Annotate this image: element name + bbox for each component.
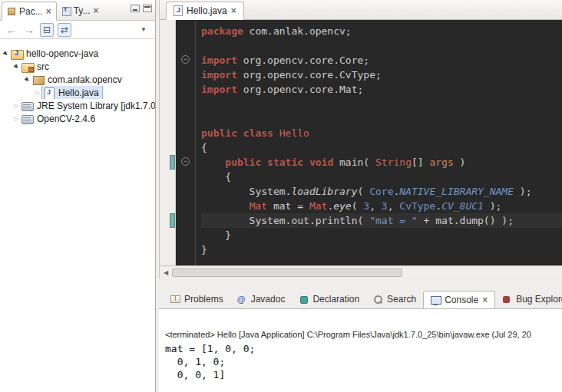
library-icon (21, 114, 34, 124)
code-line: { (201, 170, 562, 184)
search-icon (373, 295, 383, 305)
code-line: System.loadLibrary( Core.NATIVE_LIBRARY_… (201, 184, 562, 199)
package-explorer-toolbar: ←→⊟⇄▼ (0, 21, 155, 39)
tree-item-label: OpenCV-2.4.6 (37, 114, 95, 124)
tree-item-opencv-2-4-6[interactable]: ▷OpenCV-2.4.6 (0, 112, 155, 125)
code-editor[interactable]: package com.anlak.opencv; import org.ope… (196, 20, 562, 265)
code-line: Mat mat = Mat.eye( 3, 3, CvType.CV_8UC1 … (201, 199, 562, 213)
fold-ruler: −− (176, 20, 196, 265)
view-window-buttons (131, 5, 155, 20)
scrollbar-thumb[interactable] (172, 268, 402, 277)
back-icon: ← (6, 24, 17, 36)
java-file-icon (174, 5, 183, 16)
tree-item-com-anlak-opencv[interactable]: ▶com.anlak.opencv (0, 73, 155, 86)
expand-arrow-icon[interactable]: ▷ (34, 90, 42, 96)
java-project-icon (11, 48, 23, 59)
tree-item-hello-java[interactable]: ▷Hello.java (0, 86, 155, 99)
back-button[interactable]: ← (5, 23, 18, 37)
code-line: import org.opencv.core.Core; (201, 53, 562, 68)
bottom-tabbar: ProblemsJavadocDeclarationSearchConsoleB… (159, 289, 562, 309)
console-view[interactable]: <terminated> Hello [Java Application] C:… (159, 309, 562, 392)
javadoc-icon (237, 295, 247, 305)
tab-label: Problems (184, 294, 223, 305)
console-output-line: 0, 0, 1] (165, 368, 562, 381)
close-icon[interactable] (46, 6, 51, 17)
tab-package-explorer[interactable]: Pac... (2, 2, 57, 21)
code-line (201, 97, 562, 111)
code-line: import org.opencv.core.CvType; (201, 68, 562, 82)
code-line: } (201, 228, 562, 242)
view-menu-button[interactable]: ▼ (137, 23, 150, 37)
tab-label: Pac... (19, 6, 43, 17)
forward-icon: → (24, 24, 35, 36)
annotation-ruler (160, 20, 176, 265)
tree-item-body: hello-opencv-java (10, 47, 101, 60)
tree-item-body: JRE System Library [jdk1.7.0_25] (21, 99, 155, 112)
occurrence-marker (170, 213, 175, 228)
tab-label: Search (387, 294, 416, 305)
code-line: } (201, 242, 562, 257)
tree-item-label: JRE System Library [jdk1.7.0_25] (37, 100, 155, 111)
console-icon (431, 295, 441, 305)
link-with-editor-icon: ⇄ (61, 25, 68, 35)
editor-horizontal-scrollbar[interactable]: ◀ (160, 265, 562, 278)
close-icon[interactable] (482, 295, 488, 305)
bug-icon (502, 295, 512, 305)
tree-item-label: src (37, 61, 49, 72)
source-folder-icon (21, 61, 34, 72)
collapse-all-icon: ⊟ (43, 25, 51, 35)
minimize-icon[interactable] (131, 5, 140, 12)
fold-marker-icon[interactable]: − (181, 55, 190, 64)
tab-bug-explorer[interactable]: Bug Explorer (495, 290, 562, 308)
tab-javadoc[interactable]: Javadoc (230, 290, 293, 308)
console-output-line: 0, 1, 0; (165, 355, 562, 368)
console-output-line: mat = [1, 0, 0; (165, 342, 562, 355)
expand-arrow-icon[interactable]: ▷ (12, 116, 21, 122)
tree-item-label: Hello.java (58, 87, 99, 98)
package-icon (32, 74, 45, 85)
tab-hello-java[interactable]: Hello.java (166, 2, 244, 20)
console-output: mat = [1, 0, 0; 0, 1, 0; 0, 0, 1] (165, 342, 562, 381)
link-with-editor-button[interactable]: ⇄ (58, 23, 71, 37)
code-line: public class Hello (201, 126, 562, 140)
tree-item-jre-system-library-jdk1-7-0-25[interactable]: ▷JRE System Library [jdk1.7.0_25] (0, 99, 155, 112)
view-menu-icon: ▼ (140, 26, 147, 33)
maximize-icon[interactable] (143, 5, 152, 12)
expand-arrow-icon[interactable]: ▷ (12, 103, 21, 109)
editor-tabbar: Hello.java (160, 0, 562, 20)
tab-search[interactable]: Search (366, 290, 423, 308)
tab-console[interactable]: Console (423, 291, 495, 309)
code-line: System.out.println( "mat = " + mat.dump(… (201, 213, 562, 228)
tab-problems[interactable]: Problems (164, 290, 230, 308)
tab-label: Bug Explorer (516, 294, 562, 305)
tree-item-hello-opencv-java[interactable]: ▶hello-opencv-java (0, 47, 155, 60)
editor-area: Hello.java −− package com.anlak.opencv; … (159, 0, 562, 278)
tab-label: Hello.java (187, 5, 227, 16)
code-line (201, 111, 562, 126)
tree-item-label: hello-opencv-java (26, 48, 98, 59)
tab-label: Ty... (74, 5, 91, 16)
tab-type-hierarchy[interactable]: Ty... (57, 1, 104, 20)
declaration-icon (299, 295, 309, 305)
code-line: import org.opencv.core.Mat; (201, 82, 562, 97)
tab-label: Declaration (312, 294, 359, 305)
close-icon[interactable] (231, 5, 236, 16)
scroll-left-icon[interactable]: ◀ (160, 269, 172, 276)
console-status-line: <terminated> Hello [Java Application] C:… (165, 330, 562, 339)
tree-item-label: com.anlak.opencv (48, 74, 122, 85)
collapse-all-button[interactable]: ⊟ (40, 23, 54, 37)
occurrence-marker (170, 155, 175, 170)
package-explorer-icon (7, 7, 16, 16)
tab-label: Console (445, 295, 478, 305)
forward-button[interactable]: → (22, 23, 36, 37)
fold-marker-icon[interactable]: − (181, 157, 190, 166)
close-icon[interactable] (93, 5, 98, 16)
project-tree[interactable]: ▶hello-opencv-java▶src▶com.anlak.opencv▷… (0, 39, 155, 125)
tree-item-body: com.anlak.opencv (31, 73, 125, 86)
tab-declaration[interactable]: Declaration (292, 290, 366, 308)
console-panel: ProblemsJavadocDeclarationSearchConsoleB… (159, 289, 562, 392)
type-hierarchy-icon (61, 6, 71, 15)
tree-item-src[interactable]: ▶src (0, 60, 155, 73)
editor-body: −− package com.anlak.opencv; import org.… (160, 20, 562, 265)
tree-item-body: OpenCV-2.4.6 (21, 112, 98, 125)
